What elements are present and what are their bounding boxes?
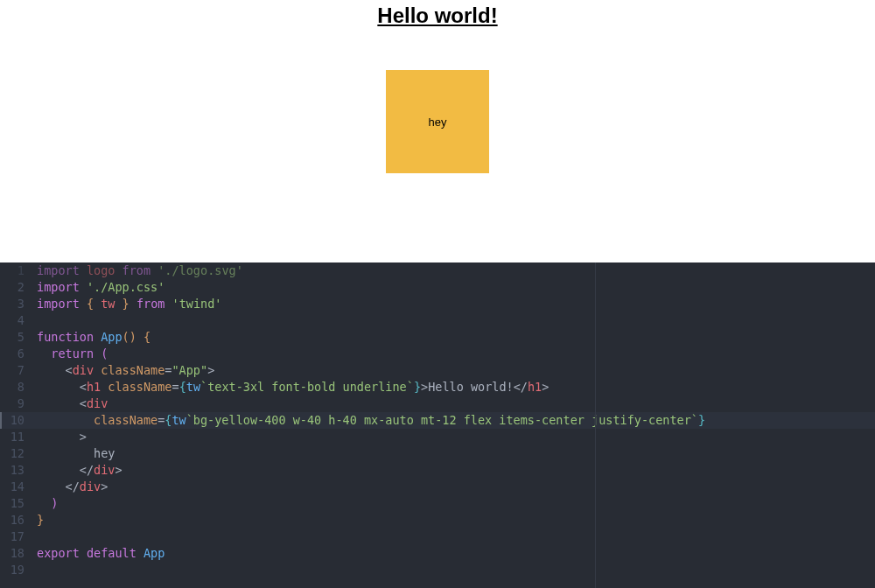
- code-line[interactable]: 19: [0, 562, 875, 578]
- line-content[interactable]: </div>: [37, 462, 875, 479]
- line-content[interactable]: >: [37, 429, 875, 445]
- line-number: 9: [0, 396, 37, 412]
- code-line[interactable]: 4: [0, 312, 875, 329]
- code-lines-container: 1import logo from './logo.svg'2import '.…: [0, 262, 875, 578]
- line-content[interactable]: <div: [37, 396, 875, 412]
- line-content[interactable]: import logo from './logo.svg': [37, 262, 875, 279]
- preview-box-text: hey: [429, 116, 447, 129]
- code-line[interactable]: 17: [0, 528, 875, 545]
- code-line[interactable]: 1import logo from './logo.svg': [0, 262, 875, 279]
- code-line[interactable]: 5function App() {: [0, 329, 875, 346]
- line-number: 18: [0, 545, 37, 562]
- code-line[interactable]: 2import './App.css': [0, 279, 875, 296]
- line-content[interactable]: export default App: [37, 545, 875, 562]
- line-content[interactable]: function App() {: [37, 329, 875, 346]
- line-number: 19: [0, 562, 37, 578]
- line-number: 11: [0, 429, 37, 445]
- code-line[interactable]: 3import { tw } from 'twind': [0, 296, 875, 312]
- code-line[interactable]: 10 className={tw`bg-yellow-400 w-40 h-40…: [0, 412, 875, 429]
- code-line[interactable]: 6 return (: [0, 346, 875, 362]
- line-content[interactable]: import './App.css': [37, 279, 875, 296]
- line-number: 7: [0, 362, 37, 379]
- line-number: 8: [0, 379, 37, 396]
- code-line[interactable]: 14 </div>: [0, 479, 875, 495]
- line-content[interactable]: ): [37, 495, 875, 512]
- line-number: 13: [0, 462, 37, 479]
- line-content[interactable]: [37, 312, 875, 329]
- line-content[interactable]: <div className="App">: [37, 362, 875, 379]
- code-line[interactable]: 7 <div className="App">: [0, 362, 875, 379]
- line-content[interactable]: [37, 562, 875, 578]
- line-number: 1: [0, 262, 37, 279]
- line-number: 10: [0, 412, 37, 429]
- line-number: 5: [0, 329, 37, 346]
- line-number: 4: [0, 312, 37, 329]
- code-line[interactable]: 11 >: [0, 429, 875, 445]
- line-content[interactable]: hey: [37, 445, 875, 462]
- code-line[interactable]: 8 <h1 className={tw`text-3xl font-bold u…: [0, 379, 875, 396]
- code-line[interactable]: 12 hey: [0, 445, 875, 462]
- editor-ruler: [595, 262, 596, 588]
- line-number: 15: [0, 495, 37, 512]
- code-line[interactable]: 16}: [0, 512, 875, 528]
- line-number: 2: [0, 279, 37, 296]
- line-content[interactable]: return (: [37, 346, 875, 362]
- line-content[interactable]: <h1 className={tw`text-3xl font-bold und…: [37, 379, 875, 396]
- code-line[interactable]: 18export default App: [0, 545, 875, 562]
- line-number: 17: [0, 528, 37, 545]
- line-content[interactable]: [37, 528, 875, 545]
- code-line[interactable]: 9 <div: [0, 396, 875, 412]
- line-content[interactable]: </div>: [37, 479, 875, 495]
- line-content[interactable]: import { tw } from 'twind': [37, 296, 875, 312]
- line-number: 12: [0, 445, 37, 462]
- line-number: 3: [0, 296, 37, 312]
- preview-yellow-box: hey: [386, 70, 489, 173]
- line-content[interactable]: }: [37, 512, 875, 528]
- line-number: 6: [0, 346, 37, 362]
- code-line[interactable]: 15 ): [0, 495, 875, 512]
- preview-pane: Hello world! hey: [0, 0, 875, 262]
- line-content[interactable]: className={tw`bg-yellow-400 w-40 h-40 mx…: [37, 412, 875, 429]
- line-number: 14: [0, 479, 37, 495]
- line-number: 16: [0, 512, 37, 528]
- code-line[interactable]: 13 </div>: [0, 462, 875, 479]
- preview-heading: Hello world!: [0, 4, 875, 28]
- code-editor[interactable]: 1import logo from './logo.svg'2import '.…: [0, 262, 875, 588]
